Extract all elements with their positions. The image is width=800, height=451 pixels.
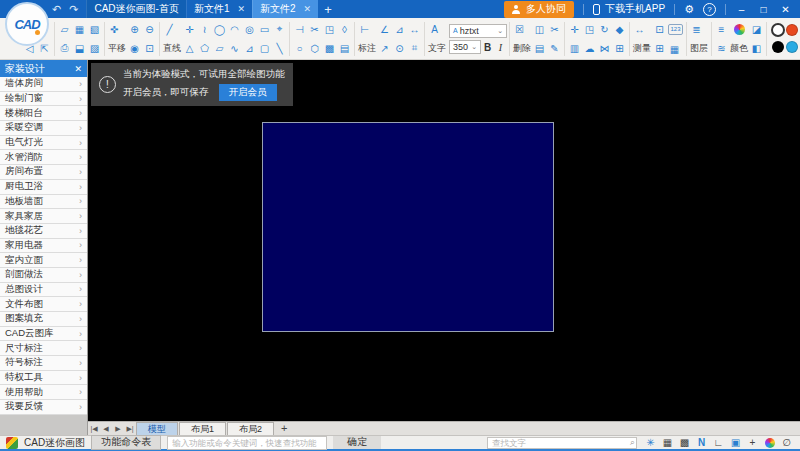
- bucket-icon[interactable]: ◧: [749, 39, 764, 58]
- point-icon[interactable]: ✛: [182, 20, 197, 39]
- sidebar-item[interactable]: 家具家居›: [0, 209, 87, 224]
- tab-close-icon[interactable]: ✕: [237, 4, 245, 14]
- sidebar-item[interactable]: 采暖空调›: [0, 121, 87, 136]
- offset-icon[interactable]: ⊣: [292, 20, 307, 39]
- dimangle-icon[interactable]: ∠: [377, 20, 392, 39]
- open-membership-button[interactable]: 开启会员: [219, 84, 277, 101]
- bold-button[interactable]: B: [481, 40, 494, 55]
- collaborate-button[interactable]: 多人协同: [504, 1, 574, 18]
- circle-icon[interactable]: ◎: [242, 20, 257, 39]
- screen-icon[interactable]: ▣: [728, 436, 743, 449]
- zoomin-icon[interactable]: ⊕: [127, 20, 142, 39]
- text-icon[interactable]: A: [427, 20, 442, 39]
- layout-tab[interactable]: 布局2: [227, 422, 274, 435]
- trim-icon[interactable]: ✂: [307, 20, 322, 39]
- sidebar-item[interactable]: 家用电器›: [0, 239, 87, 254]
- sidebar-close-icon[interactable]: ✕: [74, 64, 82, 74]
- next-tab-button[interactable]: ▶: [112, 422, 124, 435]
- linetype-icon[interactable]: ≡: [714, 20, 729, 39]
- sidebar-item[interactable]: 特权工具›: [0, 371, 87, 386]
- sidebar-item[interactable]: 绘制门窗›: [0, 92, 87, 107]
- ellipse-icon[interactable]: ◯: [212, 20, 227, 39]
- arc-icon[interactable]: ◠: [227, 20, 242, 39]
- hatch-icon[interactable]: ▩: [322, 39, 337, 58]
- array-icon[interactable]: ⊞: [612, 39, 627, 58]
- command-list-button[interactable]: 功能命令表: [91, 435, 161, 450]
- snap-axis-icon[interactable]: ✳: [643, 436, 658, 449]
- tab-close-icon[interactable]: ✕: [304, 4, 312, 14]
- layout-tab[interactable]: 模型: [136, 422, 178, 435]
- forward-icon[interactable]: ↷: [69, 3, 78, 16]
- sidebar-item[interactable]: CAD云图库›: [0, 327, 87, 342]
- brush-icon[interactable]: ✎: [547, 39, 562, 58]
- dimradius-icon[interactable]: ⊙: [392, 39, 407, 58]
- pent-icon[interactable]: ⬠: [197, 39, 212, 58]
- move-icon[interactable]: ✛: [567, 20, 582, 39]
- image-icon[interactable]: ▨: [87, 39, 102, 58]
- crosshair-icon[interactable]: +: [745, 436, 760, 449]
- sidebar-item[interactable]: 楼梯阳台›: [0, 106, 87, 121]
- titlebar-tab[interactable]: CAD迷你画图-首页: [86, 0, 185, 18]
- rrect-icon[interactable]: ▢: [257, 39, 272, 58]
- dimicon-icon[interactable]: ⊢: [357, 20, 372, 39]
- help-icon[interactable]: ?: [703, 3, 716, 16]
- back-icon[interactable]: ↶: [52, 3, 61, 16]
- colorball-icon[interactable]: [762, 436, 777, 449]
- eraser-icon[interactable]: ◪: [749, 20, 764, 39]
- target-icon[interactable]: ⌖: [272, 20, 287, 39]
- dimh-icon[interactable]: ↔: [407, 20, 422, 39]
- sidebar-item[interactable]: 符号标注›: [0, 356, 87, 371]
- first-tab-button[interactable]: |◀: [88, 422, 100, 435]
- search-icon[interactable]: ⌕: [630, 437, 635, 448]
- open-icon[interactable]: ▱: [57, 20, 72, 39]
- copy-icon[interactable]: ◫: [532, 20, 547, 39]
- sidebar-item[interactable]: 室内立面›: [0, 253, 87, 268]
- last-tab-button[interactable]: ▶|: [124, 422, 136, 435]
- blocks-icon[interactable]: ◆: [612, 20, 627, 39]
- pline-icon[interactable]: ≀: [197, 20, 212, 39]
- font-select[interactable]: Ahztxt⌄: [449, 24, 507, 38]
- maximize-button[interactable]: □: [757, 4, 770, 15]
- sidebar-item[interactable]: 地毯花艺›: [0, 224, 87, 239]
- poly2-icon[interactable]: ⬡: [307, 39, 322, 58]
- sidebar-item[interactable]: 尺寸标注›: [0, 341, 87, 356]
- cloud-icon[interactable]: ☁: [582, 39, 597, 58]
- add-layout-button[interactable]: +: [275, 422, 293, 435]
- minimize-button[interactable]: –: [735, 4, 748, 15]
- trap-icon[interactable]: ⊿: [242, 39, 257, 58]
- sidebar-item[interactable]: 厨电卫浴›: [0, 180, 87, 195]
- shot-icon[interactable]: ⊡: [652, 20, 667, 39]
- zoomwin-icon[interactable]: ⊡: [142, 39, 157, 58]
- sidebar-item[interactable]: 剖面做法›: [0, 268, 87, 283]
- pdf-icon[interactable]: ⬓: [72, 39, 87, 58]
- new-tab-button[interactable]: +: [318, 0, 338, 18]
- sidebar-item[interactable]: 地板墙面›: [0, 195, 87, 210]
- titlebar-tab[interactable]: 新文件1✕: [186, 0, 252, 18]
- saveas-icon[interactable]: ▧: [87, 20, 102, 39]
- font-size-select[interactable]: 350⌄: [449, 40, 481, 54]
- measlen-icon[interactable]: ↔: [632, 20, 647, 39]
- para-icon[interactable]: ▱: [212, 39, 227, 58]
- sidebar-item[interactable]: 我要反馈›: [0, 400, 87, 415]
- tri-icon[interactable]: △: [182, 39, 197, 58]
- spline-icon[interactable]: ∿: [227, 39, 242, 58]
- calcgrid-icon[interactable]: ⊞: [652, 39, 667, 58]
- confirm-button[interactable]: 确定: [333, 436, 381, 449]
- print-icon[interactable]: ⎙: [57, 39, 72, 58]
- sidebar-item[interactable]: 水管消防›: [0, 150, 87, 165]
- scale-icon[interactable]: ◳: [582, 20, 597, 39]
- color-swatch[interactable]: [786, 24, 798, 36]
- zoomext-icon[interactable]: ◉: [127, 39, 142, 58]
- color-swatch[interactable]: [786, 41, 798, 53]
- sidebar-item[interactable]: 文件布图›: [0, 297, 87, 312]
- mirror-icon[interactable]: ⋈: [597, 39, 612, 58]
- drawing-canvas[interactable]: ! 当前为体验模式，可试用全部绘图功能 开启会员，即可保存 开启会员: [88, 60, 800, 421]
- layers-icon[interactable]: ≣: [689, 20, 704, 39]
- grid-icon[interactable]: ▦: [660, 436, 675, 449]
- rect-icon[interactable]: ▭: [257, 20, 272, 39]
- color-swatch[interactable]: [772, 41, 784, 53]
- command-input[interactable]: [167, 436, 327, 450]
- sidebar-item[interactable]: 房间布置›: [0, 165, 87, 180]
- droplet-icon[interactable]: ◊: [337, 20, 352, 39]
- zoomout-icon[interactable]: ⊖: [142, 20, 157, 39]
